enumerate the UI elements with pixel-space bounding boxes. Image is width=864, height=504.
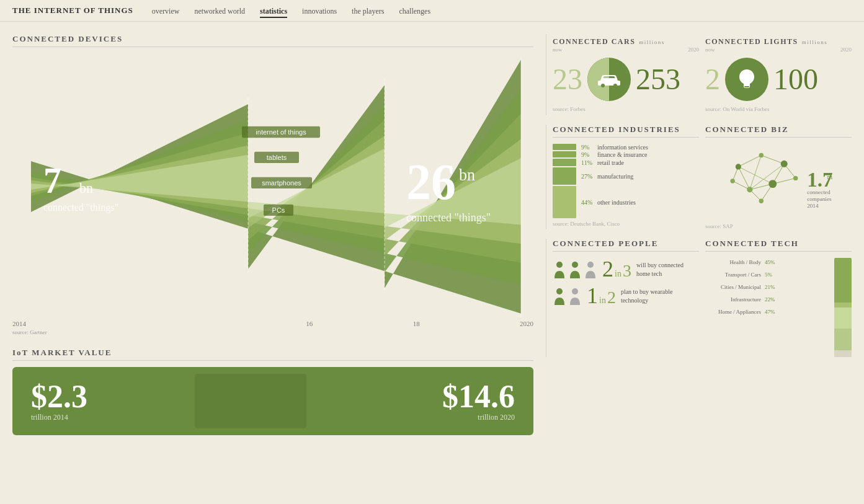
tech-row-1: Transport / Cars 5% bbox=[705, 272, 829, 278]
connected-tech-box: CONNECTED TECH Health / Body 45% Transpo… bbox=[705, 239, 852, 357]
nav-item-innovations[interactable]: innovations bbox=[302, 5, 337, 16]
svg-point-55 bbox=[572, 288, 578, 294]
people-stat2-in: in bbox=[599, 296, 606, 306]
biz-source: source: SAP bbox=[705, 223, 852, 229]
connected-devices-section: CONNECTED DEVICES bbox=[12, 34, 533, 335]
cars-gauge-labels: now 2020 bbox=[553, 46, 699, 53]
connected-people-box: CONNECTED PEOPLE bbox=[553, 239, 699, 357]
svg-text:PCs: PCs bbox=[272, 206, 285, 214]
svg-point-53 bbox=[587, 262, 594, 268]
tech-pct-3: 22% bbox=[765, 296, 782, 303]
svg-point-38 bbox=[736, 164, 741, 169]
devices-source: source: Gartner bbox=[12, 329, 533, 335]
svg-text:smartphones: smartphones bbox=[262, 179, 301, 187]
industries-source: source: Deutsche Bank, Cisco bbox=[553, 221, 699, 227]
market-title: IoT MARKET VALUE bbox=[12, 348, 533, 361]
svg-line-25 bbox=[761, 155, 784, 164]
tech-label-4: Home / Appliances bbox=[705, 309, 761, 315]
svg-text:2014: 2014 bbox=[807, 203, 819, 209]
svg-text:26: 26 bbox=[406, 154, 456, 211]
cars-gauge-row: 23 253 bbox=[553, 58, 699, 101]
devices-title: CONNECTED DEVICES bbox=[12, 34, 533, 47]
svg-point-45 bbox=[759, 199, 764, 203]
tech-pct-4: 47% bbox=[765, 309, 782, 315]
svg-point-54 bbox=[556, 288, 563, 294]
main-nav: THE INTERNET OF THINGS overview networke… bbox=[0, 0, 864, 22]
year-16: 16 bbox=[306, 320, 313, 327]
nav-item-networked[interactable]: networked world bbox=[194, 5, 245, 16]
person-icon-4 bbox=[553, 288, 566, 305]
lights-title: CONNECTED LIGHTS millions bbox=[705, 37, 852, 46]
nav-item-overview[interactable]: overview bbox=[152, 5, 180, 16]
ind-pct-3: 27% bbox=[581, 173, 595, 180]
lights-future-value: 100 bbox=[773, 64, 818, 94]
market-value-2020: $14.6 bbox=[442, 381, 515, 413]
svg-point-52 bbox=[572, 262, 578, 268]
people-icons-1 bbox=[553, 261, 597, 278]
svg-point-42 bbox=[747, 187, 752, 192]
tech-label-1: Transport / Cars bbox=[705, 272, 761, 278]
cars-gauge-circle bbox=[587, 58, 631, 101]
nav-item-players[interactable]: the players bbox=[352, 5, 384, 16]
connected-cars-box: CONNECTED CARS millions now 2020 23 bbox=[553, 34, 699, 115]
people-icons-2 bbox=[553, 288, 582, 305]
svg-text:connected "things": connected "things" bbox=[406, 211, 491, 224]
svg-text:internet of things: internet of things bbox=[256, 128, 306, 136]
industries-title: CONNECTED INDUSTRIES bbox=[553, 125, 699, 138]
people-stat1-in: in bbox=[615, 269, 621, 279]
svg-point-40 bbox=[781, 161, 788, 167]
people-tech-row: CONNECTED PEOPLE bbox=[546, 239, 852, 357]
ind-pct-1: 9% bbox=[581, 151, 595, 158]
ind-label-1: finance & insurance bbox=[597, 151, 648, 158]
person-icon-3 bbox=[584, 261, 597, 278]
cars-title: CONNECTED CARS millions bbox=[553, 37, 699, 46]
person-icon-5 bbox=[568, 288, 582, 305]
svg-line-32 bbox=[733, 181, 750, 190]
connected-biz-box: CONNECTED BIZ bbox=[705, 125, 852, 229]
market-bar: $2.3 trillion 2014 $14.6 trillion 2020 bbox=[12, 367, 533, 435]
industries-biz-row: CONNECTED INDUSTRIES bbox=[546, 125, 852, 229]
year-2014: 2014 bbox=[12, 320, 26, 327]
people-stat1-small: 3 bbox=[623, 261, 631, 281]
cars-lights-row: CONNECTED CARS millions now 2020 23 bbox=[546, 34, 852, 115]
svg-line-29 bbox=[738, 167, 772, 184]
nav-item-statistics[interactable]: statistics bbox=[260, 5, 287, 16]
people-desc-1: will buy connected home tech bbox=[636, 261, 698, 278]
person-icon-1 bbox=[553, 261, 566, 278]
tech-label-0: Health / Body bbox=[705, 259, 761, 265]
tech-content: Health / Body 45% Transport / Cars 5% Ci… bbox=[705, 258, 852, 357]
tech-pct-2: 21% bbox=[765, 284, 782, 290]
svg-text:bn: bn bbox=[459, 166, 475, 183]
svg-text:connected: connected bbox=[807, 189, 831, 195]
tech-row-4: Home / Appliances 47% bbox=[705, 309, 829, 315]
tech-label-2: Cities / Municipal bbox=[705, 284, 761, 290]
tech-bar-seg-2 bbox=[834, 307, 852, 329]
right-column: CONNECTED CARS millions now 2020 23 bbox=[546, 34, 852, 435]
people-stat1-big: 2 bbox=[602, 258, 613, 280]
industries-bars: 9% information services 9% finance & ins… bbox=[553, 144, 699, 218]
lights-now-value: 2 bbox=[705, 64, 720, 94]
svg-line-31 bbox=[750, 164, 784, 190]
tech-title: CONNECTED TECH bbox=[705, 239, 852, 252]
svg-point-39 bbox=[759, 153, 764, 157]
market-value-2014: $2.3 bbox=[31, 381, 87, 413]
main-content: CONNECTED DEVICES bbox=[0, 22, 864, 441]
tech-label-3: Infrastructure bbox=[705, 296, 761, 303]
ind-label-0: information services bbox=[597, 144, 648, 151]
svg-text:connected "things": connected "things" bbox=[43, 202, 118, 213]
market-right: $14.6 trillion 2020 bbox=[442, 381, 515, 422]
year-2020: 2020 bbox=[520, 320, 533, 327]
svg-point-43 bbox=[730, 179, 734, 183]
cars-source: source: Forbes bbox=[553, 106, 699, 112]
tech-pct-0: 45% bbox=[765, 259, 782, 265]
svg-line-28 bbox=[738, 167, 749, 190]
market-left: $2.3 trillion 2014 bbox=[31, 381, 87, 422]
tech-bar-seg-4 bbox=[834, 350, 852, 357]
nav-item-challenges[interactable]: challenges bbox=[399, 5, 430, 16]
people-stat2-big: 1 bbox=[587, 285, 598, 307]
ind-label-2: retail trade bbox=[597, 159, 624, 166]
svg-point-51 bbox=[556, 262, 563, 268]
cars-future-value: 253 bbox=[636, 64, 680, 94]
market-label-2020: trillion 2020 bbox=[478, 413, 515, 422]
biz-title: CONNECTED BIZ bbox=[705, 125, 852, 138]
